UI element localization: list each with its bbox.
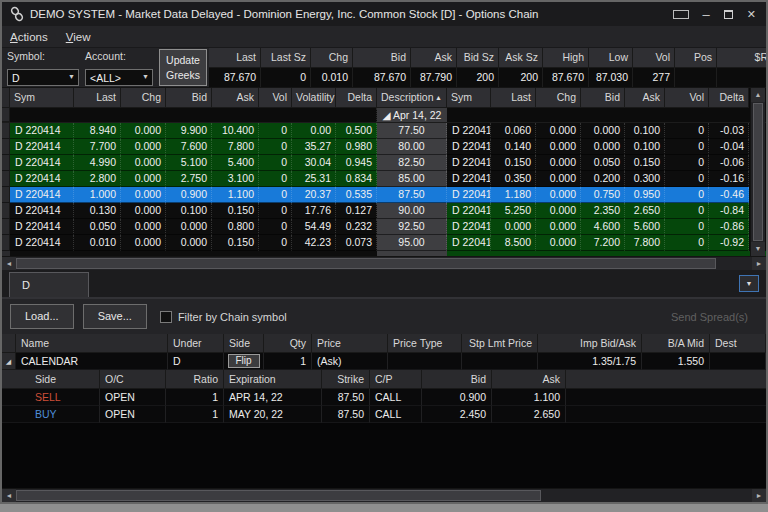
- spread-price[interactable]: (Ask): [312, 353, 388, 370]
- chain-row[interactable]: D 220414 2.800 0.000 2.750 3.100 0 25.31…: [2, 171, 766, 187]
- chain-column-header[interactable]: Sym: [10, 88, 74, 108]
- cell-call-bid: 9.900: [166, 123, 212, 139]
- cell-put-last: 0.150: [491, 155, 536, 171]
- chain-row[interactable]: D 220414 0.010 0.000 0.000 0.150 0 42.23…: [2, 235, 766, 251]
- chain-column-header[interactable]: Delta: [336, 88, 377, 108]
- chain-column-header[interactable]: Delta: [709, 88, 749, 108]
- collapse-icon[interactable]: ◢: [383, 109, 391, 121]
- chain-column-header[interactable]: Ask: [625, 88, 665, 108]
- load-button[interactable]: Load...: [10, 304, 74, 329]
- spread-row-calendar[interactable]: ◢ CALENDAR D Flip 1 (Ask) 1.35/1.75 1.55…: [2, 353, 766, 370]
- menu-actions[interactable]: Actions: [10, 31, 48, 43]
- spread-column-header[interactable]: Side: [224, 334, 264, 353]
- cell-put-bid: 4.600: [581, 219, 625, 235]
- chain-row[interactable]: D 220414 7.700 0.000 7.600 7.800 0 35.27…: [2, 139, 766, 155]
- scroll-right-icon[interactable]: ►: [752, 257, 766, 270]
- cell-strike: 85.00: [377, 171, 447, 187]
- chain-column-header[interactable]: Volatility: [292, 88, 336, 108]
- cell-call-vol: 0: [259, 155, 292, 171]
- leg-strike: 87.50: [322, 406, 370, 423]
- spread-column-header[interactable]: Imp Bid/Ask: [538, 334, 642, 353]
- leg-open-close: OPEN: [100, 406, 166, 423]
- chain-column-header-description[interactable]: Description ▲: [377, 88, 447, 108]
- close-icon[interactable]: ✕: [747, 9, 756, 20]
- spread-dest[interactable]: [710, 353, 766, 370]
- spread-column-header[interactable]: Price: [312, 334, 388, 353]
- update-greeks-button[interactable]: Update Greeks: [159, 49, 207, 86]
- cell-call-delta: 0.945: [336, 155, 377, 171]
- chain-column-header[interactable]: Sym: [447, 88, 491, 108]
- save-button[interactable]: Save...: [83, 304, 147, 329]
- cell-put-chg: 0.000: [536, 203, 581, 219]
- symbol-select[interactable]: D ▼: [7, 69, 79, 86]
- expand-row-icon[interactable]: ◢: [2, 353, 16, 370]
- spread-column-header[interactable]: Under: [168, 334, 224, 353]
- spread-column-header[interactable]: Price Type: [388, 334, 462, 353]
- minimize-icon[interactable]: –: [703, 9, 710, 20]
- chain-column-header[interactable]: Ask: [212, 88, 259, 108]
- restore-window-icon[interactable]: [673, 10, 689, 19]
- scroll-up-icon[interactable]: ▲: [751, 88, 765, 102]
- send-spreads-button[interactable]: Send Spread(s): [661, 311, 758, 323]
- scroll-down-icon[interactable]: ▼: [751, 242, 765, 256]
- chain-tab-bar: D ▼: [2, 270, 766, 299]
- chain-row[interactable]: D 220414 8.940 0.000 9.900 10.400 0 0.00…: [2, 123, 766, 139]
- scrollbar-thumb[interactable]: [16, 258, 716, 269]
- spread-leg-row[interactable]: SELL OPEN 1 APR 14, 22 87.50 CALL 0.900 …: [2, 389, 766, 406]
- chain-column-header[interactable]: Bid: [581, 88, 625, 108]
- tab-list-dropdown-button[interactable]: ▼: [739, 275, 759, 292]
- cell-put-ask: 0.950: [625, 187, 665, 203]
- menu-view[interactable]: View: [66, 31, 91, 43]
- chain-row[interactable]: D 220414 1.000 0.000 0.900 1.100 0 20.37…: [2, 187, 766, 203]
- cell-call-delta: 0.232: [336, 219, 377, 235]
- spread-horizontal-scrollbar[interactable]: ◄ ►: [2, 488, 766, 502]
- scrollbar-thumb[interactable]: [16, 490, 541, 501]
- chain-column-header[interactable]: Last: [491, 88, 536, 108]
- account-select[interactable]: <ALL> ▼: [85, 69, 153, 86]
- maximize-icon[interactable]: [724, 10, 733, 19]
- window-title: DEMO SYSTEM - Market Data Delayed - Domi…: [30, 8, 673, 20]
- spread-column-header[interactable]: Name: [16, 334, 168, 353]
- spread-column-header[interactable]: Qty: [264, 334, 312, 353]
- chain-column-header[interactable]: Bid: [166, 88, 212, 108]
- chain-horizontal-scrollbar[interactable]: ◄ ►: [2, 256, 766, 270]
- scrollbar-thumb[interactable]: [753, 103, 763, 241]
- chain-column-header[interactable]: Vol: [665, 88, 709, 108]
- cell-put-chg: 0.000: [536, 187, 581, 203]
- spread-qty[interactable]: 1: [264, 353, 312, 370]
- flip-button[interactable]: Flip: [228, 354, 260, 368]
- chain-column-header[interactable]: Last: [74, 88, 121, 108]
- cell-call-vol: 0: [259, 203, 292, 219]
- chain-column-header[interactable]: Chg: [121, 88, 166, 108]
- expiration-group-row[interactable]: ◢ Apr 14, 22: [2, 108, 766, 123]
- symbol-label: Symbol:: [7, 49, 79, 62]
- spread-leg-row[interactable]: BUY OPEN 1 MAY 20, 22 87.50 CALL 2.450 2…: [2, 406, 766, 423]
- cell-put-ask: 0.300: [625, 171, 665, 187]
- chevron-down-icon: ▼: [68, 73, 75, 80]
- scroll-left-icon[interactable]: ◄: [2, 257, 16, 270]
- scroll-right-icon[interactable]: ►: [752, 489, 766, 502]
- row-header-strip: [2, 155, 10, 171]
- chain-row[interactable]: D 220414 0.050 0.000 0.000 0.800 0 54.49…: [2, 219, 766, 235]
- chain-column-header[interactable]: Chg: [536, 88, 581, 108]
- cell-call-chg: 0.000: [121, 171, 166, 187]
- row-header-strip: [2, 88, 10, 108]
- filter-checkbox[interactable]: [160, 311, 172, 323]
- cell-call-chg: 0.000: [121, 139, 166, 155]
- chain-column-header[interactable]: Vol: [259, 88, 292, 108]
- tab-chain-symbol-d[interactable]: D: [9, 272, 89, 297]
- spread-stp-lmt-price[interactable]: [462, 353, 538, 370]
- chain-row[interactable]: D 220414 4.990 0.000 5.100 5.400 0 30.04…: [2, 155, 766, 171]
- spread-column-header[interactable]: Stp Lmt Price: [462, 334, 538, 353]
- cell-call-vol: 0: [259, 219, 292, 235]
- spread-column-header[interactable]: Dest: [710, 334, 766, 353]
- cell-call-sym: D 220414: [10, 171, 74, 187]
- leg-open-close: OPEN: [100, 389, 166, 406]
- scroll-left-icon[interactable]: ◄: [2, 489, 16, 502]
- spread-column-header[interactable]: B/A Mid: [642, 334, 710, 353]
- cell-call-volatility: 30.04: [292, 155, 336, 171]
- symbol-value: D: [12, 72, 20, 84]
- chain-vertical-scrollbar[interactable]: ▲ ▼: [750, 88, 765, 256]
- chain-row[interactable]: D 220414 0.130 0.000 0.100 0.150 0 17.76…: [2, 203, 766, 219]
- spread-price-type[interactable]: [388, 353, 462, 370]
